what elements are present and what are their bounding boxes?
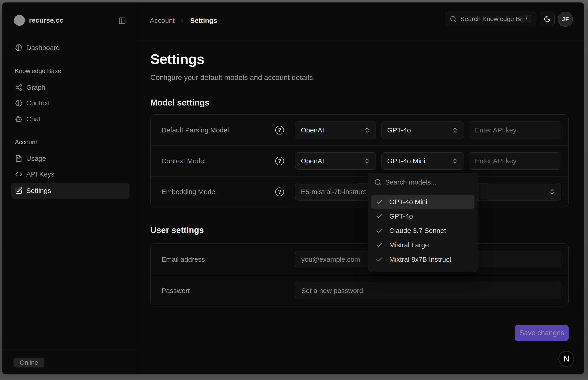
- search-icon: [450, 16, 457, 22]
- sidebar-item-label: Usage: [26, 155, 46, 162]
- sidebar: recurse.cc Dashboard Knowledge Base Grap…: [2, 2, 137, 374]
- check-icon: [375, 256, 383, 263]
- moon-icon: [544, 15, 551, 23]
- row-label: Email address: [161, 256, 205, 263]
- slash-shortcut-key: /: [521, 15, 531, 23]
- model-option-mistral-large[interactable]: Mistral Large: [371, 238, 474, 252]
- model-settings-card: Default Parsing Model ? OpenAI GPT-4o Co…: [150, 114, 568, 207]
- parsing-provider-select[interactable]: OpenAI: [295, 121, 376, 139]
- search-input[interactable]: [460, 15, 521, 23]
- bot-icon: [15, 115, 23, 123]
- main-area: Account Settings / JF Settings Configure…: [137, 2, 584, 374]
- context-api-key-input[interactable]: [469, 152, 561, 170]
- sidebar-item-settings[interactable]: Settings: [11, 183, 130, 199]
- brain-icon: [15, 44, 23, 52]
- chevron-right-icon: [179, 18, 185, 23]
- chevrons-up-down-icon: [364, 158, 371, 164]
- embedding-model-row: Embedding Model ? E5-mistral-7b-instruct: [151, 176, 568, 207]
- help-circle-icon[interactable]: ?: [275, 157, 284, 165]
- select-value: GPT-4o Mini: [387, 157, 452, 165]
- row-label: Context Model: [161, 157, 206, 165]
- sidebar-item-label: Graph: [26, 84, 45, 91]
- brand-logo: [14, 15, 25, 26]
- model-dropdown-list: GPT-4o Mini GPT-4o Claude 3.7 Sonnet Mis…: [368, 192, 477, 270]
- brand-name: recurse.cc: [29, 17, 63, 24]
- row-label: Default Parsing Model: [161, 126, 229, 134]
- nextjs-logo-button[interactable]: N: [558, 351, 574, 367]
- context-model-select[interactable]: GPT-4o Mini: [381, 152, 464, 170]
- sidebar-item-dashboard[interactable]: Dashboard: [11, 40, 130, 56]
- parsing-api-key-input[interactable]: [469, 121, 561, 139]
- knowledge-base-search[interactable]: /: [445, 12, 536, 26]
- file-text-icon: [15, 155, 23, 162]
- sidebar-item-label: Settings: [26, 187, 51, 195]
- context-provider-select[interactable]: OpenAI: [295, 152, 376, 170]
- chevrons-up-down-icon: [549, 189, 556, 195]
- password-row: Passwort: [151, 275, 568, 306]
- sidebar-item-graph[interactable]: Graph: [11, 79, 130, 95]
- check-icon: [375, 241, 383, 249]
- brand-row: recurse.cc: [2, 15, 137, 26]
- sidebar-item-api-keys[interactable]: API Keys: [11, 166, 130, 182]
- model-option-gpt-4o-mini[interactable]: GPT-4o Mini: [371, 195, 474, 209]
- sidebar-collapse-button[interactable]: [117, 16, 127, 26]
- select-value: OpenAI: [301, 157, 364, 165]
- page-title: Settings: [150, 51, 204, 67]
- code-icon: [15, 170, 23, 178]
- edit-square-icon: [15, 187, 23, 195]
- check-icon: [375, 227, 383, 234]
- model-option-label: Mistral Large: [389, 241, 429, 249]
- search-icon: [374, 179, 381, 186]
- select-value: GPT-4o: [387, 126, 452, 134]
- status-badge: Online: [14, 358, 44, 367]
- password-field[interactable]: [295, 282, 561, 299]
- model-option-label: GPT-4o: [389, 212, 413, 220]
- row-label: Passwort: [161, 287, 190, 295]
- sidebar-item-label: Chat: [26, 115, 41, 123]
- sidebar-section-knowledge-base: Knowledge Base: [15, 68, 61, 75]
- sidebar-item-label: Context: [26, 99, 50, 107]
- panel-left-icon: [118, 17, 126, 25]
- brain-icon: [15, 99, 23, 107]
- top-bar: Account Settings / JF: [137, 2, 584, 42]
- breadcrumb-settings: Settings: [190, 17, 217, 24]
- row-label: Embedding Model: [161, 188, 217, 196]
- model-settings-heading: Model settings: [150, 98, 210, 108]
- model-search-input[interactable]: [385, 178, 477, 186]
- breadcrumb-account[interactable]: Account: [150, 17, 175, 24]
- default-parsing-model-row: Default Parsing Model ? OpenAI GPT-4o: [151, 115, 568, 146]
- share-network-icon: [15, 84, 23, 91]
- check-icon: [375, 198, 383, 206]
- help-circle-icon[interactable]: ?: [275, 188, 284, 196]
- avatar[interactable]: JF: [558, 12, 573, 27]
- model-option-label: Claude 3.7 Sonnet: [389, 227, 446, 234]
- model-option-label: Mixtral 8x7B Instruct: [389, 256, 451, 263]
- model-dropdown-search[interactable]: [368, 173, 477, 192]
- model-option-gpt-4o[interactable]: GPT-4o: [371, 209, 474, 223]
- model-dropdown: GPT-4o Mini GPT-4o Claude 3.7 Sonnet Mis…: [368, 173, 477, 272]
- sidebar-item-label: API Keys: [26, 170, 54, 178]
- model-option-claude-3-7-sonnet[interactable]: Claude 3.7 Sonnet: [371, 224, 474, 237]
- email-row: Email address: [151, 244, 568, 275]
- model-option-mixtral-8x7b-instruct[interactable]: Mixtral 8x7B Instruct: [371, 253, 474, 266]
- chevrons-up-down-icon: [364, 127, 371, 133]
- help-circle-icon[interactable]: ?: [275, 126, 284, 134]
- app-window: recurse.cc Dashboard Knowledge Base Grap…: [2, 2, 584, 375]
- sidebar-item-chat[interactable]: Chat: [11, 111, 130, 127]
- select-value: OpenAI: [301, 126, 364, 134]
- context-model-row: Context Model ? OpenAI GPT-4o Mini: [151, 146, 568, 176]
- sidebar-item-usage[interactable]: Usage: [11, 151, 130, 167]
- chevrons-up-down-icon: [452, 158, 458, 164]
- sidebar-footer-divider: [2, 350, 137, 350]
- page-subtitle: Configure your default models and accoun…: [150, 73, 315, 82]
- save-button[interactable]: Save changes: [515, 325, 568, 341]
- theme-toggle-button[interactable]: [540, 12, 555, 26]
- check-icon: [375, 212, 383, 220]
- parsing-model-select[interactable]: GPT-4o: [381, 121, 464, 139]
- user-settings-card: Email address Passwort: [150, 244, 568, 306]
- sidebar-section-account: Account: [15, 139, 37, 146]
- sidebar-item-context[interactable]: Context: [11, 95, 130, 111]
- user-settings-heading: User settings: [150, 225, 204, 235]
- chevrons-up-down-icon: [452, 127, 458, 133]
- model-option-label: GPT-4o Mini: [389, 198, 427, 206]
